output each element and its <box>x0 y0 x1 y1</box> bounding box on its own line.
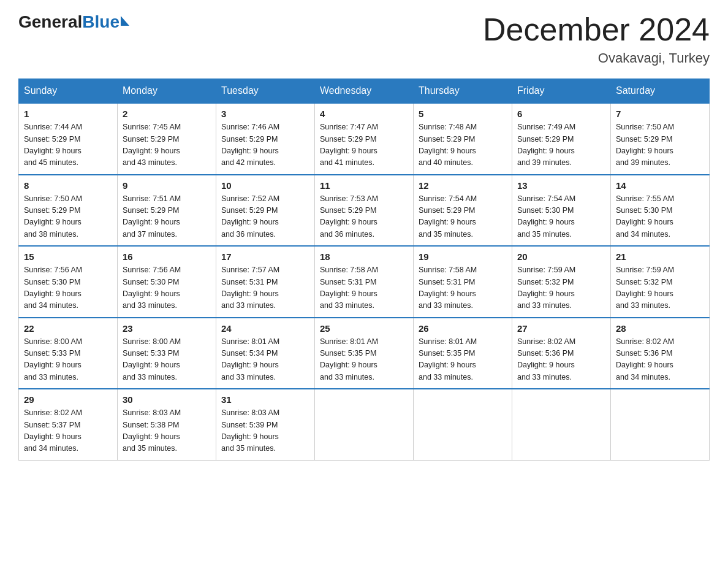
day-number: 2 <box>123 109 211 119</box>
day-info: Sunrise: 7:54 AM Sunset: 5:29 PM Dayligh… <box>419 193 507 241</box>
day-info: Sunrise: 7:56 AM Sunset: 5:30 PM Dayligh… <box>24 264 112 312</box>
calendar-day-cell <box>512 389 611 460</box>
calendar-week-row: 1 Sunrise: 7:44 AM Sunset: 5:29 PM Dayli… <box>19 103 710 175</box>
day-number: 5 <box>419 109 507 119</box>
day-number: 6 <box>517 109 605 119</box>
calendar-header-monday: Monday <box>118 79 216 104</box>
calendar-header-row: SundayMondayTuesdayWednesdayThursdayFrid… <box>19 79 710 104</box>
day-number: 15 <box>24 251 112 262</box>
day-number: 27 <box>517 323 605 334</box>
day-info: Sunrise: 7:59 AM Sunset: 5:32 PM Dayligh… <box>517 264 605 312</box>
day-number: 13 <box>517 180 605 191</box>
day-number: 17 <box>221 251 309 262</box>
calendar-day-cell: 30 Sunrise: 8:03 AM Sunset: 5:38 PM Dayl… <box>118 389 216 460</box>
calendar-day-cell <box>611 389 710 460</box>
day-info: Sunrise: 8:01 AM Sunset: 5:34 PM Dayligh… <box>221 336 309 384</box>
calendar-day-cell: 24 Sunrise: 8:01 AM Sunset: 5:34 PM Dayl… <box>216 318 315 389</box>
calendar-week-row: 29 Sunrise: 8:02 AM Sunset: 5:37 PM Dayl… <box>19 389 710 460</box>
day-info: Sunrise: 7:44 AM Sunset: 5:29 PM Dayligh… <box>24 121 112 169</box>
calendar-day-cell: 4 Sunrise: 7:47 AM Sunset: 5:29 PM Dayli… <box>315 103 414 175</box>
day-info: Sunrise: 7:45 AM Sunset: 5:29 PM Dayligh… <box>123 121 211 169</box>
day-info: Sunrise: 7:51 AM Sunset: 5:29 PM Dayligh… <box>123 193 211 241</box>
calendar-header-thursday: Thursday <box>414 79 512 104</box>
day-number: 18 <box>320 251 408 262</box>
day-number: 20 <box>517 251 605 262</box>
calendar-day-cell: 7 Sunrise: 7:50 AM Sunset: 5:29 PM Dayli… <box>611 103 710 175</box>
calendar-day-cell: 12 Sunrise: 7:54 AM Sunset: 5:29 PM Dayl… <box>414 175 512 247</box>
logo-blue-text: Blue <box>82 12 119 32</box>
calendar-day-cell: 20 Sunrise: 7:59 AM Sunset: 5:32 PM Dayl… <box>512 246 611 318</box>
day-info: Sunrise: 8:00 AM Sunset: 5:33 PM Dayligh… <box>24 336 112 384</box>
calendar-subtitle: Ovakavagi, Turkey <box>483 50 710 66</box>
calendar-day-cell: 19 Sunrise: 7:58 AM Sunset: 5:31 PM Dayl… <box>414 246 512 318</box>
calendar-day-cell: 21 Sunrise: 7:59 AM Sunset: 5:32 PM Dayl… <box>611 246 710 318</box>
day-number: 23 <box>123 323 211 334</box>
day-number: 28 <box>616 323 704 334</box>
day-number: 8 <box>24 180 112 191</box>
day-number: 1 <box>24 109 112 119</box>
day-info: Sunrise: 7:48 AM Sunset: 5:29 PM Dayligh… <box>419 121 507 169</box>
calendar-header-sunday: Sunday <box>19 79 118 104</box>
calendar-table: SundayMondayTuesdayWednesdayThursdayFrid… <box>18 79 710 461</box>
calendar-day-cell: 16 Sunrise: 7:56 AM Sunset: 5:30 PM Dayl… <box>118 246 216 318</box>
day-info: Sunrise: 7:58 AM Sunset: 5:31 PM Dayligh… <box>320 264 408 312</box>
day-number: 24 <box>221 323 309 334</box>
calendar-day-cell: 11 Sunrise: 7:53 AM Sunset: 5:29 PM Dayl… <box>315 175 414 247</box>
calendar-day-cell: 17 Sunrise: 7:57 AM Sunset: 5:31 PM Dayl… <box>216 246 315 318</box>
day-info: Sunrise: 7:47 AM Sunset: 5:29 PM Dayligh… <box>320 121 408 169</box>
day-number: 31 <box>221 394 309 405</box>
day-number: 4 <box>320 109 408 119</box>
calendar-day-cell: 10 Sunrise: 7:52 AM Sunset: 5:29 PM Dayl… <box>216 175 315 247</box>
title-section: December 2024 Ovakavagi, Turkey <box>483 12 710 66</box>
day-info: Sunrise: 7:55 AM Sunset: 5:30 PM Dayligh… <box>616 193 704 241</box>
calendar-day-cell: 27 Sunrise: 8:02 AM Sunset: 5:36 PM Dayl… <box>512 318 611 389</box>
calendar-day-cell: 18 Sunrise: 7:58 AM Sunset: 5:31 PM Dayl… <box>315 246 414 318</box>
day-number: 12 <box>419 180 507 191</box>
day-number: 14 <box>616 180 704 191</box>
day-number: 10 <box>221 180 309 191</box>
day-number: 21 <box>616 251 704 262</box>
calendar-header-saturday: Saturday <box>611 79 710 104</box>
day-number: 3 <box>221 109 309 119</box>
day-info: Sunrise: 7:59 AM Sunset: 5:32 PM Dayligh… <box>616 264 704 312</box>
calendar-day-cell: 23 Sunrise: 8:00 AM Sunset: 5:33 PM Dayl… <box>118 318 216 389</box>
calendar-day-cell: 25 Sunrise: 8:01 AM Sunset: 5:35 PM Dayl… <box>315 318 414 389</box>
day-info: Sunrise: 7:50 AM Sunset: 5:29 PM Dayligh… <box>616 121 704 169</box>
day-info: Sunrise: 8:00 AM Sunset: 5:33 PM Dayligh… <box>123 336 211 384</box>
calendar-header-wednesday: Wednesday <box>315 79 414 104</box>
day-number: 29 <box>24 394 112 405</box>
calendar-week-row: 8 Sunrise: 7:50 AM Sunset: 5:29 PM Dayli… <box>19 175 710 247</box>
day-info: Sunrise: 7:50 AM Sunset: 5:29 PM Dayligh… <box>24 193 112 241</box>
day-info: Sunrise: 7:56 AM Sunset: 5:30 PM Dayligh… <box>123 264 211 312</box>
calendar-header-friday: Friday <box>512 79 611 104</box>
day-info: Sunrise: 7:58 AM Sunset: 5:31 PM Dayligh… <box>419 264 507 312</box>
day-number: 22 <box>24 323 112 334</box>
calendar-week-row: 15 Sunrise: 7:56 AM Sunset: 5:30 PM Dayl… <box>19 246 710 318</box>
calendar-title: December 2024 <box>483 12 710 47</box>
calendar-day-cell: 15 Sunrise: 7:56 AM Sunset: 5:30 PM Dayl… <box>19 246 118 318</box>
logo-blue-part: Blue <box>82 12 129 32</box>
day-number: 30 <box>123 394 211 405</box>
day-info: Sunrise: 7:49 AM Sunset: 5:29 PM Dayligh… <box>517 121 605 169</box>
calendar-day-cell: 3 Sunrise: 7:46 AM Sunset: 5:29 PM Dayli… <box>216 103 315 175</box>
calendar-day-cell: 1 Sunrise: 7:44 AM Sunset: 5:29 PM Dayli… <box>19 103 118 175</box>
logo-triangle-icon <box>121 16 129 26</box>
calendar-day-cell: 8 Sunrise: 7:50 AM Sunset: 5:29 PM Dayli… <box>19 175 118 247</box>
calendar-day-cell: 6 Sunrise: 7:49 AM Sunset: 5:29 PM Dayli… <box>512 103 611 175</box>
day-info: Sunrise: 7:53 AM Sunset: 5:29 PM Dayligh… <box>320 193 408 241</box>
calendar-header-tuesday: Tuesday <box>216 79 315 104</box>
day-info: Sunrise: 7:57 AM Sunset: 5:31 PM Dayligh… <box>221 264 309 312</box>
calendar-day-cell: 5 Sunrise: 7:48 AM Sunset: 5:29 PM Dayli… <box>414 103 512 175</box>
day-number: 19 <box>419 251 507 262</box>
logo: General Blue <box>18 12 129 32</box>
day-info: Sunrise: 8:03 AM Sunset: 5:39 PM Dayligh… <box>221 407 309 455</box>
day-number: 7 <box>616 109 704 119</box>
calendar-day-cell: 13 Sunrise: 7:54 AM Sunset: 5:30 PM Dayl… <box>512 175 611 247</box>
day-info: Sunrise: 8:01 AM Sunset: 5:35 PM Dayligh… <box>320 336 408 384</box>
calendar-day-cell <box>414 389 512 460</box>
calendar-day-cell: 26 Sunrise: 8:01 AM Sunset: 5:35 PM Dayl… <box>414 318 512 389</box>
calendar-week-row: 22 Sunrise: 8:00 AM Sunset: 5:33 PM Dayl… <box>19 318 710 389</box>
calendar-day-cell: 14 Sunrise: 7:55 AM Sunset: 5:30 PM Dayl… <box>611 175 710 247</box>
logo-general-text: General <box>18 12 82 32</box>
calendar-day-cell: 31 Sunrise: 8:03 AM Sunset: 5:39 PM Dayl… <box>216 389 315 460</box>
